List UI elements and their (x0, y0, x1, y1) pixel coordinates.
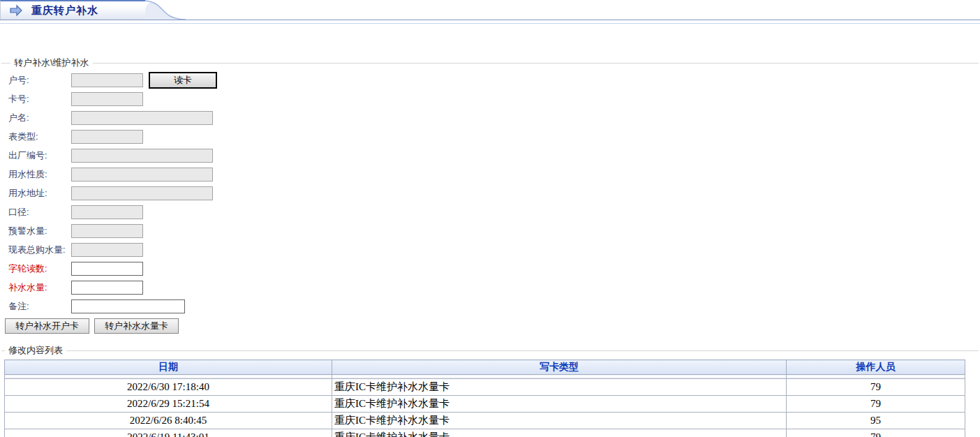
form-row-factory-serial: 出厂编号: (8, 146, 979, 165)
remarks-label: 备注: (8, 300, 71, 313)
warning-volume-input (71, 224, 143, 238)
read-card-button[interactable]: 读卡 (149, 72, 217, 89)
total-purchased-volume-label: 现表总购水量: (8, 244, 71, 256)
water-use-type-input (71, 168, 213, 182)
form-row-total-purchased-volume: 现表总购水量: (8, 240, 979, 259)
form-row-meter-type: 表类型: (8, 127, 979, 146)
date-cell: 2022/6/29 15:21:54 (5, 396, 332, 413)
dial-reading-input[interactable] (71, 262, 143, 276)
history-table-header: 日期 写卡类型 操作人员 (5, 360, 965, 379)
water-address-label: 用水地址: (8, 187, 71, 200)
card-type-cell: 重庆IC卡维护补水水量卡 (332, 413, 787, 429)
modification-history-section: 修改内容列表 日期 写卡类型 操作人员 2022/6/30 17:18:40重庆… (1, 344, 979, 437)
operator-cell: 79 (787, 429, 965, 437)
date-cell: 2022/6/19 11:43:01 (5, 429, 332, 437)
date-cell: 2022/6/30 17:18:40 (5, 379, 332, 396)
operator-cell: 79 (787, 379, 965, 396)
card-number-label: 卡号: (8, 93, 71, 105)
factory-serial-label: 出厂编号: (8, 149, 71, 162)
form-row-account-number: 户号: 读卡 (8, 71, 979, 89)
header-divider-line-light (0, 23, 980, 24)
meter-type-input (71, 130, 143, 144)
table-row: 2022/6/29 15:21:54重庆IC卡维护补水水量卡79 (5, 396, 965, 413)
table-row: 2022/6/19 11:43:01重庆IC卡维护补水水量卡79 (5, 429, 965, 437)
meter-type-label: 表类型: (8, 131, 71, 143)
table-row: 2022/6/26 8:40:45重庆IC卡维护补水水量卡95 (5, 413, 965, 429)
transfer-volume-card-button[interactable]: 转户补水水量卡 (94, 318, 179, 334)
page-header: 重庆转户补水 (0, 0, 980, 24)
form-row-customer-name: 户名: (8, 108, 979, 127)
form-row-water-address: 用水地址: (8, 184, 979, 202)
form-row-water-use-type: 用水性质: (8, 165, 979, 184)
water-address-input (71, 186, 213, 200)
warning-volume-label: 预警水量: (8, 225, 71, 237)
form-row-card-number: 卡号: (8, 89, 979, 108)
form-row-caliber: 口径: (8, 202, 979, 221)
factory-serial-input (71, 149, 213, 163)
account-number-label: 户号: (8, 74, 71, 87)
column-header-operator: 操作人员 (787, 360, 965, 375)
right-arrow-icon (10, 4, 23, 17)
form-section-legend: 转户补水\维护补水 (10, 57, 93, 69)
table-row: 2022/6/30 17:18:40重庆IC卡维护补水水量卡79 (5, 379, 965, 396)
account-number-input (71, 73, 143, 87)
page-tab: 重庆转户补水 (0, 0, 145, 20)
column-header-date: 日期 (5, 360, 332, 375)
total-purchased-volume-input (71, 243, 143, 257)
replenish-form-section: 转户补水\维护补水 户号: 读卡 卡号: 户名: 表类型: 出厂编号: 用水性质… (1, 57, 979, 338)
dial-reading-label: 字轮读数: (8, 262, 71, 275)
operator-cell: 79 (787, 396, 965, 413)
remarks-input[interactable] (71, 299, 185, 313)
form-row-dial-reading: 字轮读数: (8, 259, 979, 278)
date-cell: 2022/6/26 8:40:45 (5, 413, 332, 429)
history-section-legend: 修改内容列表 (5, 344, 66, 357)
card-type-cell: 重庆IC卡维护补水水量卡 (332, 396, 787, 413)
tab-curve-decoration (145, 0, 188, 20)
column-header-card-type: 写卡类型 (332, 360, 787, 375)
operator-cell: 95 (787, 413, 965, 429)
water-use-type-label: 用水性质: (8, 168, 71, 181)
replenish-volume-label: 补水水量: (8, 281, 71, 294)
history-table-body: 2022/6/30 17:18:40重庆IC卡维护补水水量卡792022/6/2… (5, 379, 965, 437)
page-title: 重庆转户补水 (31, 4, 98, 17)
history-table: 日期 写卡类型 操作人员 2022/6/30 17:18:40重庆IC卡维护补水… (4, 360, 965, 437)
transfer-open-account-card-button[interactable]: 转户补水开户卡 (5, 318, 89, 334)
form-row-remarks: 备注: (8, 297, 979, 316)
customer-name-label: 户名: (8, 112, 71, 124)
caliber-input (71, 205, 143, 219)
form-row-replenish-volume: 补水水量: (8, 278, 979, 297)
customer-name-input (71, 111, 213, 125)
card-type-cell: 重庆IC卡维护补水水量卡 (332, 429, 787, 437)
replenish-volume-input[interactable] (71, 281, 143, 295)
header-divider-line (0, 20, 980, 20)
card-number-input (71, 92, 143, 106)
card-type-cell: 重庆IC卡维护补水水量卡 (332, 379, 787, 396)
form-button-row: 转户补水开户卡 转户补水水量卡 (5, 318, 979, 334)
form-row-warning-volume: 预警水量: (8, 221, 979, 240)
caliber-label: 口径: (8, 206, 71, 218)
